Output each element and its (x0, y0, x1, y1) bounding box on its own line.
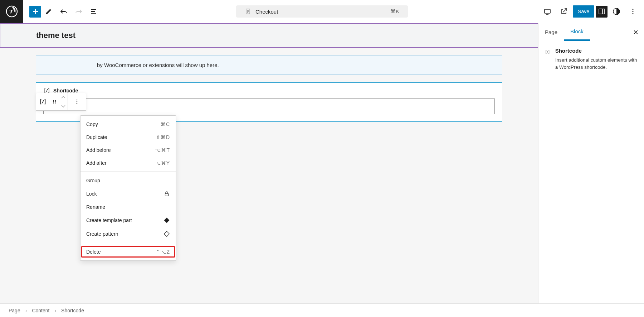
svg-rect-19 (164, 231, 170, 237)
settings-sidebar: Page Block × Shortcode Insert additional… (538, 23, 644, 303)
sidebar-body: Shortcode Insert additional custom eleme… (538, 41, 644, 78)
chevron-down-icon (61, 104, 66, 108)
svg-point-12 (53, 102, 54, 103)
open-external-button[interactable] (556, 4, 571, 19)
more-menu-button[interactable] (625, 4, 640, 19)
menu-create-template-part[interactable]: Create template part (80, 213, 176, 227)
svg-rect-3 (599, 9, 605, 14)
chevron-up-icon (61, 96, 66, 99)
top-right-tools: Save (540, 4, 644, 19)
menu-create-pattern[interactable]: Create pattern (80, 227, 176, 241)
pattern-icon (164, 231, 170, 237)
menu-delete[interactable]: Delete⌃⌥Z (80, 245, 176, 258)
editor-canvas: theme test by WooCommerce or extensions … (0, 23, 538, 303)
close-sidebar-button[interactable]: × (628, 27, 644, 37)
sidebar-tabs: Page Block × (538, 23, 644, 41)
woocommerce-notice-block[interactable]: by WooCommerce or extensions will show u… (36, 56, 502, 75)
template-header-block[interactable]: theme test (0, 23, 538, 48)
svg-point-8 (53, 100, 54, 101)
sidebar-icon (597, 7, 606, 16)
svg-point-14 (77, 100, 78, 101)
undo-button[interactable] (56, 4, 71, 19)
block-toolbar (36, 93, 86, 111)
notice-visible-text: by WooCommerce or extensions will show u… (97, 62, 219, 68)
svg-point-15 (77, 101, 78, 102)
save-button[interactable]: Save (573, 5, 594, 18)
svg-point-5 (633, 9, 634, 10)
menu-rename[interactable]: Rename (80, 201, 176, 213)
menu-group[interactable]: Group (80, 174, 176, 187)
site-title[interactable]: theme test (36, 31, 502, 40)
svg-point-10 (53, 101, 54, 102)
redo-button[interactable] (71, 4, 86, 19)
block-info-title: Shortcode (555, 48, 638, 54)
svg-point-7 (633, 13, 634, 14)
move-up-button[interactable] (59, 93, 68, 102)
shortcode-icon (39, 98, 47, 106)
svg-point-6 (633, 11, 634, 12)
redo-icon (74, 7, 83, 16)
list-view-button[interactable] (86, 4, 101, 19)
page-icon (245, 8, 251, 15)
styles-icon (612, 7, 621, 16)
more-vertical-icon (629, 7, 637, 16)
drag-handle-icon (52, 99, 57, 104)
document-title-text: Checkout (255, 9, 278, 15)
menu-copy[interactable]: Copy⌘C (80, 118, 176, 131)
lock-icon (164, 191, 170, 197)
svg-point-9 (55, 100, 55, 101)
menu-duplicate[interactable]: Duplicate⇧⌘D (80, 131, 176, 144)
svg-rect-18 (164, 218, 170, 223)
menu-lock[interactable]: Lock (80, 187, 176, 201)
menu-add-before[interactable]: Add before⌥⌘T (80, 144, 176, 157)
block-options-button[interactable] (68, 93, 86, 110)
svg-rect-2 (545, 9, 550, 13)
insert-block-button[interactable] (29, 6, 41, 18)
desktop-icon (543, 7, 552, 16)
top-bar: Checkout ⌘K Save (0, 0, 644, 23)
tab-block[interactable]: Block (564, 23, 590, 41)
pencil-icon (44, 7, 53, 16)
document-title-bar: Checkout ⌘K (236, 5, 408, 18)
svg-point-13 (55, 102, 55, 103)
block-info-description: Insert additional custom elements with a… (555, 57, 638, 71)
shortcode-input[interactable] (43, 99, 495, 114)
main-area: theme test by WooCommerce or extensions … (0, 23, 644, 303)
external-link-icon (560, 7, 568, 16)
list-view-icon (89, 7, 98, 16)
shortcode-block-label: Shortcode (43, 87, 495, 94)
block-options-menu: Copy⌘C Duplicate⇧⌘D Add before⌥⌘T Add af… (80, 115, 176, 261)
block-movers (59, 93, 68, 110)
title-shortcut: ⌘K (390, 8, 399, 15)
svg-point-16 (77, 103, 78, 104)
wp-logo-button[interactable] (0, 0, 23, 23)
block-type-button[interactable] (36, 93, 50, 110)
block-info: Shortcode Insert additional custom eleme… (545, 48, 638, 71)
undo-icon (59, 7, 68, 16)
styles-button[interactable] (609, 4, 624, 19)
menu-add-after[interactable]: Add after⌥⌘Y (80, 157, 176, 169)
move-down-button[interactable] (59, 102, 68, 110)
view-desktop-button[interactable] (540, 4, 555, 19)
svg-rect-17 (165, 193, 169, 196)
shortcode-icon (545, 48, 550, 56)
drag-handle[interactable] (50, 93, 59, 110)
template-part-icon (164, 217, 170, 224)
svg-point-11 (55, 101, 55, 102)
tab-page[interactable]: Page (538, 24, 564, 40)
sidebar-toggle-button[interactable] (596, 6, 608, 18)
wordpress-icon (5, 5, 18, 18)
plus-icon (31, 7, 40, 16)
edit-tool-button[interactable] (41, 4, 56, 19)
document-title-button[interactable]: Checkout ⌘K (236, 5, 408, 18)
more-vertical-icon (73, 98, 80, 105)
